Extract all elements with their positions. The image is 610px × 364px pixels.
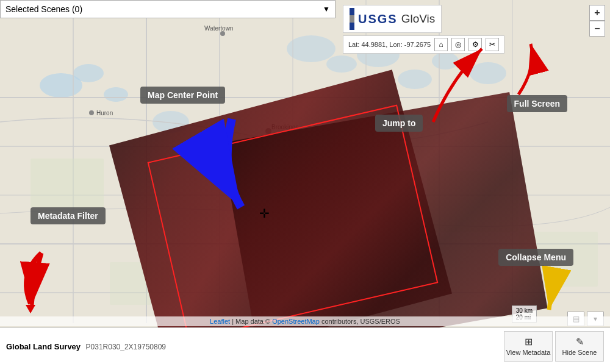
- scene-id: P031R030_2X19750809: [86, 343, 166, 351]
- full-screen-label: Full Screen: [507, 95, 567, 112]
- tools-button[interactable]: ✂: [486, 38, 499, 51]
- dropdown-arrow-icon: ▼: [323, 5, 330, 13]
- selected-scenes-label: Selected Scenes (0): [5, 4, 82, 14]
- svg-text:Huron: Huron: [96, 110, 113, 116]
- jump-to-label: Jump to: [375, 115, 423, 132]
- map-container: Huron Watertown Brookings Selected Scene…: [0, 0, 610, 364]
- collapse-menu-text: Collapse Menu: [506, 252, 566, 262]
- location-button[interactable]: ◎: [451, 38, 465, 51]
- zoom-out-button[interactable]: −: [589, 21, 605, 37]
- lat-lon-text: Lat: 44.9881, Lon: -97.2675: [348, 41, 431, 48]
- metadata-filter-label: Metadata Filter: [30, 207, 106, 224]
- selected-scenes-dropdown[interactable]: Selected Scenes (0) ▼: [0, 0, 336, 18]
- hide-scene-button[interactable]: ✎ Hide Scene: [555, 331, 604, 362]
- glovis-text: GloVis: [401, 12, 436, 26]
- settings-button[interactable]: ⚙: [468, 38, 482, 51]
- metadata-filter-text: Metadata Filter: [38, 211, 98, 221]
- map-center-point-label: Map Center Point: [140, 87, 225, 104]
- jump-to-text: Jump to: [382, 118, 415, 128]
- svg-point-10: [470, 62, 506, 84]
- svg-text:Watertown: Watertown: [204, 25, 233, 32]
- svg-point-25: [220, 31, 225, 36]
- usgs-stripe: [350, 8, 354, 30]
- bottom-bar: Global Land Survey P031R030_2X19750809 ⊞…: [0, 327, 610, 364]
- zoom-controls: + −: [589, 5, 605, 37]
- coordinates-bar: Lat: 44.9881, Lon: -97.2675 ⌂ ◎ ⚙ ✂: [343, 35, 504, 54]
- svg-rect-29: [30, 159, 104, 207]
- contributors-text: contributors, USGS/EROS: [321, 318, 400, 325]
- scene-label: Global Land Survey: [6, 342, 81, 351]
- view-metadata-button[interactable]: ⊞ View Metadata: [504, 331, 553, 362]
- home-button[interactable]: ⌂: [434, 38, 448, 51]
- leaflet-link[interactable]: Leaflet: [210, 318, 230, 325]
- svg-point-2: [73, 64, 104, 82]
- scale-km: 30 km: [516, 307, 533, 314]
- svg-point-23: [89, 110, 94, 115]
- usgs-text: USGS: [358, 12, 398, 26]
- grid-icon: ⊞: [525, 336, 533, 348]
- collapse-menu-label: Collapse Menu: [498, 249, 573, 266]
- osm-link[interactable]: OpenStreetMap: [272, 318, 320, 325]
- svg-point-8: [398, 70, 432, 89]
- zoom-in-button[interactable]: +: [589, 5, 605, 21]
- svg-point-9: [432, 52, 459, 70]
- attribution-bar: Leaflet | Map data © OpenStreetMap contr…: [0, 316, 610, 326]
- hide-scene-label: Hide Scene: [562, 349, 597, 356]
- pencil-icon: ✎: [576, 336, 584, 348]
- map-data-text: | Map data ©: [232, 318, 272, 325]
- move-cursor-icon: ✛: [259, 206, 270, 221]
- view-metadata-label: View Metadata: [506, 349, 551, 356]
- full-screen-text: Full Screen: [514, 99, 560, 109]
- svg-point-6: [326, 55, 357, 73]
- usgs-logo: USGS GloVis: [343, 5, 442, 33]
- svg-point-5: [287, 35, 336, 62]
- svg-point-3: [104, 87, 128, 102]
- map-center-point-text: Map Center Point: [148, 90, 218, 100]
